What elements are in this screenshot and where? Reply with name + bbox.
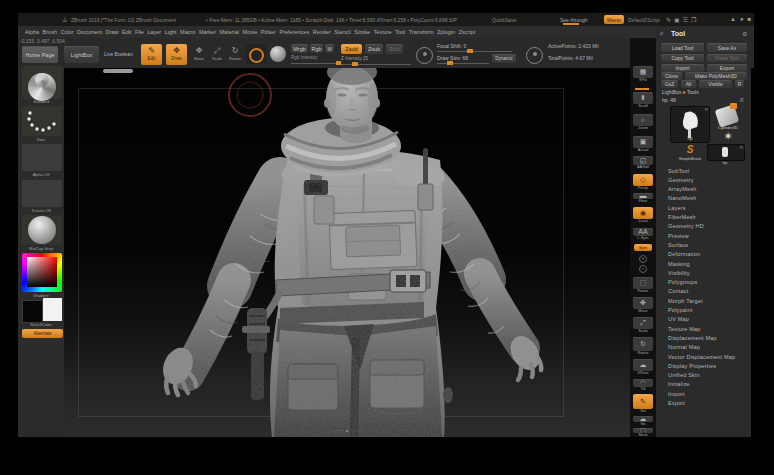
section-surface[interactable]: Surface (668, 242, 688, 248)
menu-layer[interactable]: Layer (147, 29, 161, 35)
menu-tool[interactable]: Tool (395, 29, 405, 35)
current-brush-tile[interactable] (22, 66, 62, 99)
material-tile[interactable] (22, 215, 62, 245)
shelf-scroll[interactable]: ⬍ (633, 92, 653, 104)
stroke-tile[interactable] (22, 106, 62, 136)
section-deformation[interactable]: Deformation (668, 251, 700, 257)
gyro-icon-2[interactable] (526, 47, 543, 64)
section-morph-target[interactable]: Morph Target (668, 298, 703, 304)
shelf-+[interactable]: + (639, 255, 647, 263)
section-texture-map[interactable]: Texture Map (668, 326, 700, 332)
panel-btn-all[interactable]: All (681, 80, 696, 88)
hp-row-label[interactable]: hp. 48 (662, 97, 676, 103)
gyro-icon-1[interactable] (416, 47, 433, 64)
menu-macro[interactable]: Macro (180, 29, 195, 35)
menu-marker[interactable]: Marker (199, 29, 216, 35)
section-displacement-map[interactable]: Displacement Map (668, 335, 717, 341)
menu-render[interactable]: Render (313, 29, 331, 35)
shelf-floor[interactable]: ▬ (633, 193, 653, 199)
section-polypaint[interactable]: Polypaint (668, 307, 692, 313)
panel-btn-copy-tool[interactable]: Copy Tool (661, 54, 704, 63)
rotate-button[interactable]: ↻ Rotate (227, 45, 243, 61)
menu-button[interactable]: Menu (604, 15, 624, 24)
color-sv-square[interactable] (27, 257, 57, 287)
panel-btn-make-polymesh3d[interactable]: Make PolyMesh3D (685, 72, 747, 80)
section-contact[interactable]: Contact (668, 288, 688, 294)
shelf-zoom[interactable]: ⌕ (633, 114, 653, 126)
lightbox-button[interactable]: LightBox (64, 46, 99, 63)
menu-movie[interactable]: Movie (243, 29, 258, 35)
shelf-l-sym[interactable]: AA (633, 228, 653, 236)
gear-icon[interactable]: ⚙ (742, 30, 747, 37)
stroke-sphere-icon[interactable] (270, 46, 286, 62)
panel-btn-visible[interactable]: Visible (699, 80, 732, 88)
draw-button[interactable]: ✥ Draw (166, 44, 187, 65)
menu-texture[interactable]: Texture (374, 29, 392, 35)
shelf-actual[interactable]: ▣ (633, 136, 653, 148)
menu-transform[interactable]: Transform (409, 29, 434, 35)
panel-btn-goz[interactable]: GoZ (661, 80, 678, 88)
section-polygroups[interactable]: Polygroups (668, 279, 698, 285)
menu-light[interactable]: Light (165, 29, 177, 35)
section-normal-map[interactable]: Normal Map (668, 344, 700, 350)
menu-draw[interactable]: Draw (106, 29, 119, 35)
titlebar-window-icons[interactable]: ▲●■ (730, 16, 755, 22)
secondary-color-swatch[interactable] (43, 298, 62, 321)
zadd-button[interactable]: Zadd (341, 44, 362, 54)
shelf-frame[interactable]: ⬚ (633, 277, 653, 289)
menu-zscript[interactable]: Zscript (459, 29, 476, 35)
zcut-button[interactable]: Zcut (386, 44, 403, 54)
shelf--[interactable]: − (639, 265, 647, 273)
live-boolean-label[interactable]: Live Boolean (104, 51, 133, 57)
shelf-local[interactable]: ◉ (633, 207, 653, 219)
menu-material[interactable]: Material (220, 29, 240, 35)
default-zscript[interactable]: DefaultZScript (628, 17, 660, 23)
z-intensity-handle[interactable] (352, 62, 358, 66)
section-vector-displacement-map[interactable]: Vector Displacement Map (668, 354, 735, 360)
section-import[interactable]: Import (668, 391, 685, 397)
seethrough-track[interactable] (563, 23, 579, 25)
scale-button[interactable]: ⤢ Scale (209, 45, 225, 61)
menu-brush[interactable]: Brush (43, 29, 57, 35)
alternate-button[interactable]: Alternate (22, 329, 63, 338)
menu-alpha[interactable]: Alpha (25, 29, 39, 35)
section-display-properties[interactable]: Display Properties (668, 363, 716, 369)
shelf-scale[interactable]: ⤢ (633, 317, 653, 329)
section-nanomesh[interactable]: NanoMesh (668, 195, 696, 201)
main-color-swatch[interactable] (22, 300, 43, 323)
shelf-spix[interactable]: ▦ (633, 66, 653, 78)
section-uv-map[interactable]: UV Map (668, 316, 689, 322)
menu-picker[interactable]: Picker (261, 29, 276, 35)
menu-edit[interactable]: Edit (122, 29, 131, 35)
panel-btn-paste-tool[interactable]: Paste Tool (707, 54, 747, 63)
section-visibility[interactable]: Visibility (668, 270, 690, 276)
panel-btn-clone[interactable]: Clone (661, 72, 682, 80)
brush-preview-tile[interactable] (246, 44, 266, 64)
panel-btn-export[interactable]: Export (707, 64, 747, 72)
hp-row-r[interactable]: R (740, 97, 744, 103)
home-page-button[interactable]: Home Page (22, 46, 58, 63)
texture-tile[interactable] (22, 180, 62, 207)
lightbox-tools-suffix[interactable]: Tools (687, 89, 699, 95)
shelf-tilt[interactable]: ◠ (633, 379, 653, 387)
section-layers[interactable]: Layers (668, 205, 686, 211)
section-subtool[interactable]: SubTool (668, 168, 689, 174)
shelf-sel[interactable]: ✎ (633, 394, 653, 409)
mrgb-button[interactable]: Mrgb (291, 44, 308, 53)
polymesh3d-star-icon[interactable]: ✶ (718, 130, 738, 142)
shelf-xpose[interactable]: ☁ (633, 359, 653, 371)
small-tool-thumb[interactable]: R (707, 144, 745, 161)
m-button[interactable]: M (325, 44, 334, 53)
panel-btn-r[interactable]: R (735, 80, 744, 88)
shelf-mask[interactable]: ⬚ (633, 428, 653, 433)
shelf-move[interactable]: ✥ (633, 297, 653, 309)
section-export[interactable]: Export (668, 400, 685, 406)
edit-button[interactable]: ✎ Edit (141, 44, 162, 65)
shelf-aahalf[interactable]: ◱ (633, 156, 653, 165)
draw-size-handle[interactable] (447, 61, 453, 65)
section-preview[interactable]: Preview (668, 233, 689, 239)
menu-document[interactable]: Document (77, 29, 102, 35)
panel-btn-save-as[interactable]: Save As (707, 43, 747, 52)
panel-btn-import[interactable]: Import (661, 64, 704, 72)
shelf-rotate[interactable]: ↻ (633, 337, 653, 351)
